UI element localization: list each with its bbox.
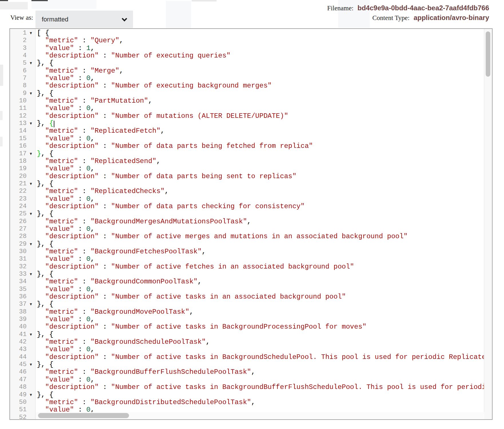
- horizontal-scrollbar-thumb[interactable]: [38, 413, 129, 418]
- code-line-text: "value" : 0,: [35, 346, 95, 353]
- code-line[interactable]: 17▼}, {: [10, 150, 484, 158]
- code-line[interactable]: 2 "metric" : "Query",: [10, 37, 484, 44]
- code-line-text: }, {: [35, 90, 53, 97]
- fold-gutter-spacer: [27, 158, 35, 165]
- code-line[interactable]: 40 "description" : "Number of active tas…: [10, 323, 484, 331]
- fold-toggle-icon[interactable]: ▼: [27, 391, 35, 399]
- fold-gutter-spacer: [27, 112, 35, 120]
- code-line[interactable]: 12 "description" : "Number of mutations …: [10, 112, 484, 120]
- fold-toggle-icon[interactable]: ▼: [27, 59, 35, 67]
- code-line-text: "description" : "Number of data parts be…: [35, 173, 296, 180]
- code-line[interactable]: 18 "metric" : "ReplicatedSend",: [10, 158, 484, 165]
- code-line-text: "description" : "Number of mutations (AL…: [35, 112, 288, 120]
- view-as-select[interactable]: formatted: [35, 11, 133, 28]
- code-line[interactable]: 33▼}, {: [10, 271, 484, 278]
- code-line[interactable]: 14 "metric" : "ReplicatedFetch",: [10, 127, 484, 135]
- code-line[interactable]: 24 "description" : "Number of data parts…: [10, 203, 484, 210]
- fold-toggle-icon[interactable]: ▼: [27, 29, 35, 37]
- fold-toggle-icon[interactable]: ▼: [27, 241, 35, 248]
- code-line[interactable]: 28 "description" : "Number of active mer…: [10, 233, 484, 240]
- fold-toggle-icon[interactable]: ▼: [27, 180, 35, 188]
- background-fragment: [192, 0, 217, 1]
- line-number: 28: [10, 233, 27, 240]
- code-line[interactable]: 15 "value" : 0,: [10, 135, 484, 142]
- line-number: 41: [10, 331, 27, 338]
- code-line-text: "value" : 1,: [35, 45, 95, 52]
- fold-gutter-spacer: [27, 323, 35, 331]
- fold-gutter-spacer: [27, 67, 35, 75]
- code-line[interactable]: 41▼}, {: [10, 331, 484, 338]
- code-line[interactable]: 49▼}, {: [10, 391, 484, 399]
- horizontal-scrollbar[interactable]: [35, 412, 484, 419]
- code-line[interactable]: 37▼}, {: [10, 301, 484, 308]
- code-line-text: "value" : 0,: [35, 286, 95, 293]
- code-line-text: "metric" : "Query",: [35, 37, 123, 44]
- code-line[interactable]: 19 "value" : 0,: [10, 165, 484, 172]
- code-line-text: "metric" : "BackgroundDistributedSchedul…: [35, 399, 255, 406]
- code-line[interactable]: 9▼}, {: [10, 90, 484, 97]
- code-line-text: "value" : 0,: [35, 135, 95, 142]
- code-line[interactable]: 22 "metric" : "ReplicatedChecks",: [10, 188, 484, 195]
- vertical-scrollbar[interactable]: [484, 29, 492, 419]
- fold-toggle-icon[interactable]: ▼: [27, 301, 35, 308]
- fold-gutter-spacer: [27, 195, 35, 203]
- code-line-text: }, {: [35, 331, 53, 338]
- code-line[interactable]: 29▼}, {: [10, 241, 484, 248]
- vertical-scrollbar-thumb[interactable]: [486, 31, 490, 77]
- code-line[interactable]: 42 "metric" : "BackgroundSchedulePoolTas…: [10, 338, 484, 346]
- code-line[interactable]: 44 "description" : "Number of active tas…: [10, 353, 484, 361]
- code-line-text: "description" : "Number of active tasks …: [35, 384, 484, 391]
- code-line[interactable]: 31 "value" : 0,: [10, 255, 484, 263]
- fold-toggle-icon[interactable]: ▼: [27, 210, 35, 218]
- code-line[interactable]: 27 "value" : 0,: [10, 225, 484, 233]
- code-line[interactable]: 1▼[ {: [10, 29, 484, 37]
- code-line[interactable]: 30 "metric" : "BackgroundFetchesPoolTask…: [10, 248, 484, 255]
- code-line[interactable]: 8 "description" : "Number of executing b…: [10, 82, 484, 90]
- code-line[interactable]: 23 "value" : 0,: [10, 195, 484, 203]
- code-line[interactable]: 48 "description" : "Number of active tas…: [10, 384, 484, 391]
- code-line[interactable]: 36 "description" : "Number of active tas…: [10, 293, 484, 301]
- code-line[interactable]: 43 "value" : 0,: [10, 346, 484, 353]
- code-line[interactable]: 46 "metric" : "BackgroundBufferFlushSche…: [10, 368, 484, 376]
- code-line[interactable]: 34 "metric" : "BackgroundCommonPoolTask"…: [10, 278, 484, 285]
- code-line[interactable]: 50 "metric" : "BackgroundDistributedSche…: [10, 399, 484, 406]
- code-line[interactable]: 16 "description" : "Number of data parts…: [10, 142, 484, 150]
- line-number: 38: [10, 308, 27, 316]
- fold-toggle-icon[interactable]: ▼: [27, 150, 35, 158]
- code-line[interactable]: 26 "metric" : "BackgroundMergesAndMutati…: [10, 218, 484, 225]
- code-line[interactable]: 20 "description" : "Number of data parts…: [10, 173, 484, 180]
- fold-gutter-spacer: [27, 414, 35, 419]
- code-line[interactable]: 13▼}, {: [10, 120, 484, 127]
- fold-gutter-spacer: [27, 52, 35, 59]
- fold-toggle-icon[interactable]: ▼: [27, 361, 35, 368]
- code-line[interactable]: 5▼}, {: [10, 59, 484, 67]
- line-number: 35: [10, 286, 27, 293]
- code-line[interactable]: 38 "metric" : "BackgroundMovePoolTask",: [10, 308, 484, 316]
- code-line[interactable]: 39 "value" : 0,: [10, 316, 484, 323]
- code-area[interactable]: 1▼[ {2 "metric" : "Query",3 "value" : 1,…: [10, 29, 484, 419]
- code-line[interactable]: 21▼}, {: [10, 180, 484, 188]
- fold-toggle-icon[interactable]: ▼: [27, 120, 35, 127]
- code-editor[interactable]: 1▼[ {2 "metric" : "Query",3 "value" : 1,…: [9, 28, 493, 420]
- fold-gutter-spacer: [27, 353, 35, 361]
- fold-toggle-icon[interactable]: ▼: [27, 90, 35, 97]
- code-line[interactable]: 3 "value" : 1,: [10, 45, 484, 52]
- code-line[interactable]: 32 "description" : "Number of active fet…: [10, 263, 484, 271]
- code-line-text: }, {: [35, 301, 53, 308]
- code-line[interactable]: 11 "value" : 0,: [10, 105, 484, 112]
- code-line-text: }, {: [35, 120, 54, 127]
- code-line[interactable]: 45▼}, {: [10, 361, 484, 368]
- code-line[interactable]: 7 "value" : 0,: [10, 75, 484, 82]
- code-line[interactable]: 4 "description" : "Number of executing q…: [10, 52, 484, 59]
- code-line[interactable]: 10 "metric" : "PartMutation",: [10, 97, 484, 105]
- fold-toggle-icon[interactable]: ▼: [27, 331, 35, 338]
- fold-toggle-icon[interactable]: ▼: [27, 271, 35, 278]
- line-number: 18: [10, 158, 27, 165]
- line-number: 10: [10, 97, 27, 105]
- fold-gutter-spacer: [27, 255, 35, 263]
- code-line[interactable]: 6 "metric" : "Merge",: [10, 67, 484, 75]
- code-line[interactable]: 35 "value" : 0,: [10, 286, 484, 293]
- code-line[interactable]: 47 "value" : 0,: [10, 376, 484, 384]
- code-line[interactable]: 25▼}, {: [10, 210, 484, 218]
- code-line-text: "value" : 0,: [35, 165, 95, 172]
